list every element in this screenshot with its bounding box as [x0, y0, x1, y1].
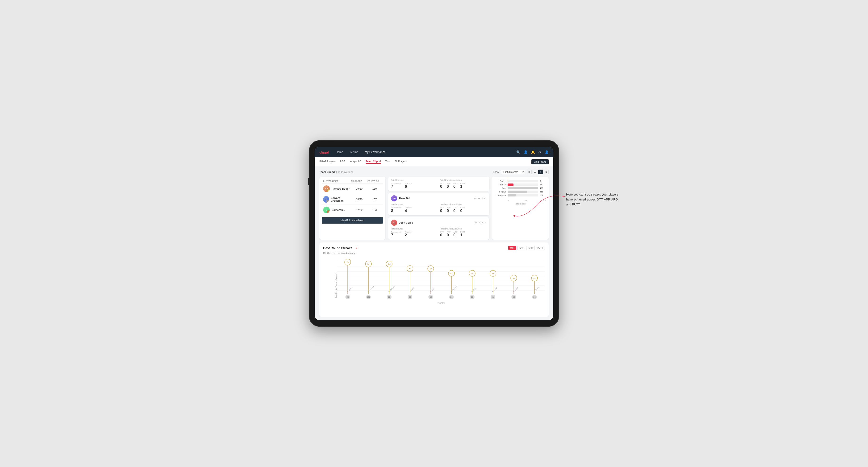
- bar-value: 96: [540, 184, 546, 186]
- content-grid: PLAYER NAME PB SCORE PB AVG SQ RB 1: [319, 177, 549, 240]
- subnav-tour[interactable]: Tour: [385, 160, 390, 164]
- putt-value: 1: [460, 184, 465, 189]
- svg-text:5x: 5x: [430, 268, 432, 270]
- arg-value: 0: [453, 184, 457, 189]
- pb-avg: 107: [368, 198, 382, 201]
- settings-icon[interactable]: ⚙: [538, 150, 541, 154]
- player-card-first: Total Rounds Tournament 7 Practice: [388, 177, 489, 191]
- svg-text:EE: EE: [346, 296, 349, 298]
- table-view-icon[interactable]: ▣: [544, 169, 549, 174]
- bar-container: [507, 184, 538, 186]
- table-row[interactable]: C 3 Cameron... 17/20 103: [322, 205, 383, 215]
- arg-value: 0: [453, 209, 457, 213]
- list-view-icon[interactable]: ☷: [533, 169, 537, 174]
- period-dropdown[interactable]: Last 3 months Last 6 months Last 12 mont…: [501, 170, 525, 174]
- show-label: Show: [493, 171, 499, 173]
- pb-score: 18/20: [351, 198, 368, 201]
- player-count: | 14 Players: [336, 170, 350, 173]
- svg-text:D. Ford: D. Ford: [471, 287, 476, 292]
- axis-label-0: 0: [507, 199, 508, 201]
- svg-text:BM: BM: [367, 296, 370, 298]
- practice-label: Practice: [405, 207, 412, 209]
- avatar-icon[interactable]: 👤: [545, 150, 549, 154]
- streaks-controls: OTT APP ARG PUTT: [508, 246, 545, 250]
- putt-value: 0: [460, 209, 465, 213]
- svg-text:4x: 4x: [451, 272, 453, 275]
- svg-text:MM: MM: [492, 296, 494, 298]
- app-button[interactable]: APP: [517, 246, 525, 250]
- arg-button[interactable]: ARG: [526, 246, 535, 250]
- avatar: C 3: [323, 207, 330, 213]
- streaks-subtitle: Off The Tee, Fairway Accuracy: [323, 252, 545, 254]
- putt-button[interactable]: PUTT: [536, 246, 545, 250]
- table-row[interactable]: EC 2 Edward Crossman 18/20 107: [322, 194, 383, 205]
- ott-value: 0: [440, 184, 444, 189]
- ott-button[interactable]: OTT: [508, 246, 516, 250]
- bar-label: Birdies: [494, 184, 506, 186]
- bar-value: 3: [540, 180, 546, 182]
- view-leaderboard-button[interactable]: View Full Leaderboard: [322, 217, 383, 224]
- search-icon[interactable]: 🔍: [516, 150, 520, 154]
- bar-container: [507, 180, 538, 182]
- avatar: EC 2: [323, 196, 329, 203]
- grid-view-icon[interactable]: ▦: [527, 169, 532, 174]
- bar-container: [507, 194, 538, 196]
- bell-icon[interactable]: 🔔: [531, 150, 535, 154]
- nav-my-performance[interactable]: My Performance: [364, 151, 386, 154]
- player-cards: Total Rounds Tournament 7 Practice: [388, 177, 489, 240]
- bar-chart: Eagles 3 Birdies: [494, 179, 546, 198]
- nav-teams[interactable]: Teams: [349, 151, 359, 154]
- subnav-team-clippd[interactable]: Team Clippd: [366, 160, 381, 164]
- subnav-hcaps[interactable]: Hcaps 1-5: [349, 160, 361, 164]
- putt-label: PUTT: [460, 207, 465, 209]
- rank-badge-3: 3: [327, 210, 330, 213]
- subnav-all-players[interactable]: All Players: [395, 160, 407, 164]
- bar-row-birdies: Birdies 96: [494, 184, 546, 186]
- user-icon[interactable]: 👤: [524, 150, 528, 154]
- nav-bar: clippd Home Teams My Performance 🔍 👤 🔔 ⚙…: [315, 147, 553, 157]
- putt-label: PUTT: [460, 182, 465, 184]
- ott-label: OTT: [440, 231, 444, 233]
- streaks-title: Best Round Streaks: [323, 246, 352, 250]
- bar-fill: [507, 187, 538, 189]
- svg-text:3x: 3x: [513, 277, 515, 279]
- tournament-label: Tournament: [391, 207, 401, 209]
- player-name: Cameron...: [332, 209, 345, 211]
- svg-text:DB: DB: [388, 296, 390, 298]
- svg-text:7x: 7x: [347, 261, 349, 263]
- tablet-screen: clippd Home Teams My Performance 🔍 👤 🔔 ⚙…: [315, 147, 553, 320]
- bar-fill: [507, 184, 514, 186]
- ott-label: OTT: [440, 207, 444, 209]
- app-label: APP: [447, 182, 451, 184]
- edit-icon[interactable]: ✎: [351, 170, 353, 174]
- svg-text:4x: 4x: [471, 272, 473, 275]
- add-team-button[interactable]: Add Team: [531, 159, 549, 164]
- card-date: 02 Sep 2023: [474, 197, 486, 199]
- subnav-pgat[interactable]: PGAT Players: [319, 160, 336, 164]
- nav-home[interactable]: Home: [335, 151, 344, 154]
- arg-label: ARG: [453, 182, 457, 184]
- chart-axis: 0 200 400: [494, 199, 546, 201]
- team-title: Team Clippd: [319, 170, 335, 173]
- arg-value: 0: [453, 233, 457, 237]
- card-header: JC Josh Coles 26 Aug 2023: [391, 220, 486, 226]
- table-row[interactable]: RB 1 Richard Butler 19/20 110: [322, 184, 383, 194]
- bar-label: Bogeys: [494, 191, 506, 193]
- subnav-pga[interactable]: PGA: [340, 160, 345, 164]
- app-label: APP: [447, 231, 451, 233]
- card-view-icon[interactable]: ▯: [538, 169, 543, 174]
- tablet-frame: clippd Home Teams My Performance 🔍 👤 🔔 ⚙…: [309, 140, 559, 326]
- player-card-josh: JC Josh Coles 26 Aug 2023 Total Rounds: [388, 217, 489, 240]
- rank-badge-1: 1: [327, 189, 330, 192]
- streaks-header: Best Round Streaks OTT APP ARG PUTT: [323, 246, 545, 250]
- practice-value: 6: [405, 184, 412, 189]
- bar-fill: [507, 194, 516, 196]
- svg-text:R. Britt: R. Britt: [430, 288, 434, 292]
- bar-row-bogeys: Bogeys 311: [494, 191, 546, 193]
- total-rounds-label: Total Rounds: [391, 203, 437, 206]
- bar-label: Eagles: [494, 180, 506, 182]
- nav-icons: 🔍 👤 🔔 ⚙ 👤: [516, 150, 549, 154]
- ott-value: 0: [440, 209, 444, 213]
- col-player-name: PLAYER NAME: [323, 180, 351, 182]
- bar-value: 499: [540, 187, 546, 189]
